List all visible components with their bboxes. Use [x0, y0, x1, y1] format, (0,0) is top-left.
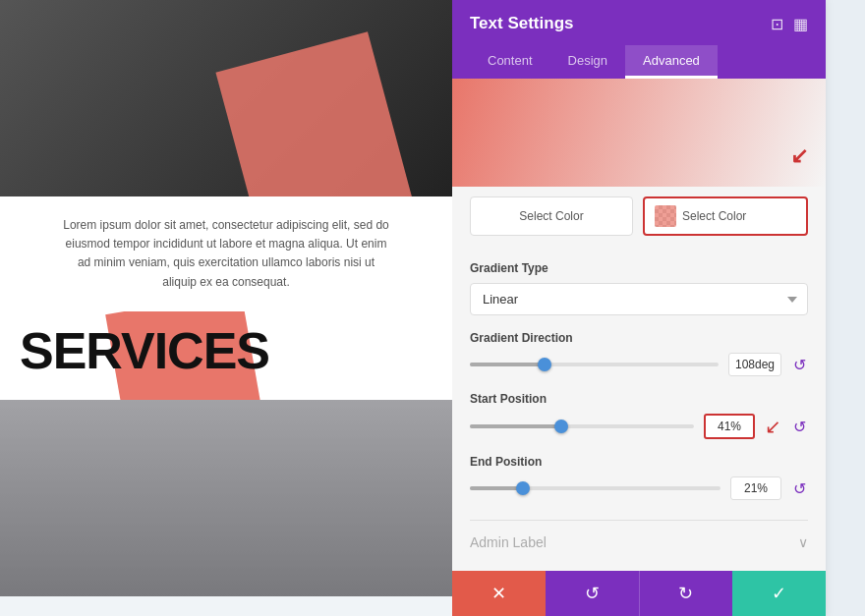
- gradient-direction-value[interactable]: 108deg: [728, 353, 781, 376]
- end-position-label: End Position: [470, 455, 808, 469]
- start-position-value[interactable]: 41%: [704, 414, 755, 439]
- tab-advanced[interactable]: Advanced: [625, 45, 718, 79]
- gradient-direction-reset[interactable]: ↺: [791, 354, 808, 376]
- header-icons: ⊡ ▦: [771, 15, 808, 33]
- panel-tabs: Content Design Advanced: [470, 45, 808, 79]
- gradient-direction-group: Gradient Direction 108deg ↺: [470, 331, 808, 376]
- end-position-row: 21% ↺: [470, 476, 808, 500]
- start-position-reset[interactable]: ↺: [791, 416, 808, 438]
- services-section: SERVICES: [0, 311, 452, 400]
- start-position-label: Start Position: [470, 392, 808, 406]
- start-position-slider[interactable]: [470, 424, 694, 428]
- panel-title: Text Settings: [470, 14, 573, 33]
- gradient-type-label: Gradient Type: [470, 261, 808, 275]
- end-position-group: End Position 21% ↺: [470, 455, 808, 500]
- end-position-reset[interactable]: ↺: [791, 477, 808, 500]
- gradient-preview: ↙: [452, 79, 826, 187]
- color-select-2-button[interactable]: Select Color: [643, 196, 808, 236]
- tab-content[interactable]: Content: [470, 45, 550, 79]
- color-swatch: [655, 205, 676, 227]
- right-panel: Text Settings ⊡ ▦ Content Design Advance…: [452, 0, 826, 616]
- admin-label-section[interactable]: Admin Label ∨: [470, 520, 808, 550]
- gradient-type-select[interactable]: Linear Radial Conic: [470, 283, 808, 315]
- left-panel: Lorem ipsum dolor sit amet, consectetur …: [0, 0, 452, 616]
- panel-header-top: Text Settings ⊡ ▦: [470, 14, 808, 33]
- chevron-down-icon: ∨: [798, 534, 808, 550]
- admin-label-text: Admin Label: [470, 534, 547, 550]
- end-position-slider[interactable]: [470, 486, 721, 490]
- tab-design[interactable]: Design: [550, 45, 625, 79]
- gradient-direction-slider[interactable]: [470, 363, 719, 366]
- services-title: SERVICES: [20, 321, 432, 380]
- panel-body: Gradient Type Linear Radial Conic Gradie…: [452, 246, 826, 571]
- gradient-type-group: Gradient Type Linear Radial Conic: [470, 261, 808, 315]
- color-select-1-button[interactable]: Select Color: [470, 196, 633, 236]
- end-position-value[interactable]: 21%: [730, 476, 781, 500]
- hero-image: [0, 0, 452, 196]
- color-selectors: Select Color Select Color: [452, 187, 826, 246]
- office-overlay: [0, 400, 452, 596]
- gradient-direction-label: Gradient Direction: [470, 331, 808, 345]
- start-position-row: 41% ↙ ↺: [470, 414, 808, 439]
- reset-button[interactable]: ↺: [546, 571, 639, 616]
- arrow-annotation-top: ↙: [790, 143, 808, 169]
- lorem-text: Lorem ipsum dolor sit amet, consectetur …: [63, 218, 389, 289]
- panel-footer: ✕ ↺ ↻ ✓: [452, 571, 826, 616]
- office-image: [0, 400, 452, 596]
- lorem-block: Lorem ipsum dolor sit amet, consectetur …: [0, 196, 452, 311]
- start-position-group: Start Position 41% ↙ ↺: [470, 392, 808, 439]
- layout-icon[interactable]: ▦: [793, 15, 808, 33]
- arrow-annotation-start: ↙: [765, 415, 781, 438]
- gradient-direction-row: 108deg ↺: [470, 353, 808, 376]
- redo-button[interactable]: ↻: [639, 571, 733, 616]
- responsive-icon[interactable]: ⊡: [771, 15, 783, 33]
- cancel-button[interactable]: ✕: [452, 571, 546, 616]
- panel-header: Text Settings ⊡ ▦ Content Design Advance…: [452, 0, 826, 79]
- confirm-button[interactable]: ✓: [732, 571, 826, 616]
